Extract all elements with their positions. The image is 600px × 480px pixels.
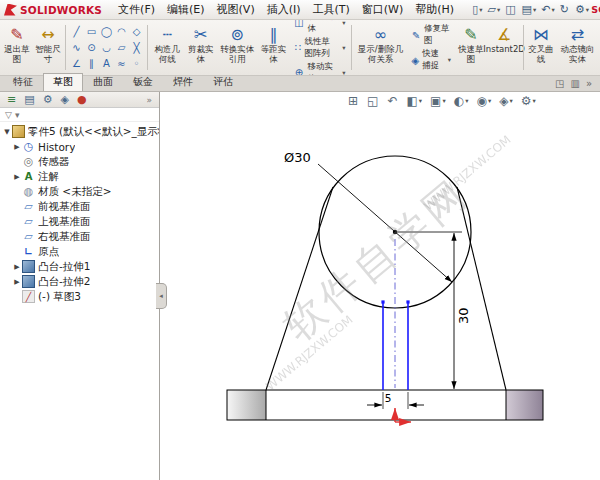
menu-file[interactable]: 文件(F) — [112, 0, 161, 19]
zoom-area-icon[interactable]: ◱ — [367, 94, 379, 108]
tree-item-sensors[interactable]: 传感器 — [0, 154, 159, 169]
mirror-entities-button[interactable]: ◫ 镜向实体 ▾ — [292, 20, 348, 35]
tree-item-history[interactable]: ▶ History — [0, 139, 159, 154]
display-style-icon[interactable]: ◐▾ — [454, 94, 469, 108]
repair-sketch-button[interactable]: ✎ 修复草图 — [409, 23, 453, 47]
apply-scene-icon[interactable]: ⚙▾ — [521, 94, 536, 108]
expand-icon[interactable]: » — [586, 78, 592, 89]
filter-funnel-icon[interactable]: ▽ — [5, 110, 12, 120]
arc3point-tool-icon[interactable]: ◡ — [99, 40, 114, 56]
slot-right-endpoint[interactable] — [406, 300, 409, 303]
height-dimension-text[interactable]: 30 — [456, 307, 471, 324]
print-button[interactable]: ▤▾ — [522, 3, 537, 16]
open-document-button[interactable]: ▱▾ — [487, 3, 500, 16]
section-view-icon[interactable]: ◧▾ — [406, 94, 422, 108]
expand-arrow-icon[interactable]: ▶ — [12, 278, 22, 286]
construction-geometry-button[interactable]: ┄ 构造几何线 — [150, 22, 185, 73]
tree-item-sketch3[interactable]: (-) 草图3 — [0, 289, 159, 304]
polygon-tool-icon[interactable]: ◇ — [129, 24, 144, 40]
expand-arrow-icon[interactable]: ▶ — [12, 143, 22, 151]
expand-arrow-icon[interactable]: ▶ — [12, 263, 22, 271]
tree-item-annotations[interactable]: ▶ 注解 — [0, 169, 159, 184]
dimxpert-manager-tab-icon[interactable]: ◈ — [61, 93, 69, 106]
tower-right-edge[interactable] — [457, 187, 506, 390]
arc-tool-icon[interactable]: ◠ — [114, 24, 129, 40]
panel-splitter-handle[interactable]: ◂ — [156, 283, 167, 309]
new-document-button[interactable]: ▯▾ — [472, 3, 482, 16]
display-manager-tab-icon[interactable]: ● — [77, 93, 87, 106]
intersection-curve-button[interactable]: ⋈ 交叉曲线 — [526, 22, 556, 73]
parallelogram-tool-icon[interactable]: ▱ — [114, 40, 129, 56]
tree-item-top-plane[interactable]: 上视基准面 — [0, 214, 159, 229]
base-right-face[interactable] — [506, 390, 543, 420]
zoom-fit-icon[interactable]: ⊞ — [348, 94, 359, 108]
smart-dimension-button[interactable]: ↔ 智能尺寸 — [33, 22, 63, 73]
menu-help[interactable]: 帮助(H) — [409, 0, 460, 19]
previous-view-icon[interactable]: ↶ — [387, 94, 398, 108]
tab-weldments[interactable]: 焊件 — [163, 73, 203, 91]
base-left-face[interactable] — [227, 390, 266, 420]
convert-entities-button[interactable]: ⊚ 转换实体引用 — [217, 22, 258, 73]
menu-tools[interactable]: 工具(T) — [307, 0, 356, 19]
move-entities-button[interactable]: ⊕ 移动实体 ▾ — [292, 61, 348, 77]
tree-item-boss-extrude1[interactable]: ▶ 凸台-拉伸1 — [0, 259, 159, 274]
tab-sketch[interactable]: 草图 — [43, 73, 83, 91]
dot-tool-icon[interactable]: ◦ — [129, 56, 144, 72]
exit-sketch-label: 退出草图 — [4, 45, 30, 65]
exit-sketch-button[interactable]: ✎ 退出草图 — [2, 22, 32, 73]
options-button[interactable]: ⚙▾ — [575, 3, 589, 16]
configuration-manager-tab-icon[interactable]: ⚙ — [43, 93, 53, 106]
save-button[interactable]: ◫ — [505, 3, 516, 16]
edit-appearance-icon[interactable]: ◈▾ — [499, 94, 513, 108]
menu-window[interactable]: 窗口(W) — [356, 0, 409, 19]
hide-show-items-icon[interactable]: ◉▾ — [476, 94, 491, 108]
circle-tool-icon[interactable]: ◯ — [99, 24, 114, 40]
slot-left-endpoint[interactable] — [381, 300, 384, 303]
rapid-sketch-button[interactable]: ✎ 快速草图 — [456, 22, 486, 73]
tab-sheet-metal[interactable]: 钣金 — [123, 73, 163, 91]
line-tool-icon[interactable]: ╱ — [69, 24, 84, 40]
menu-view[interactable]: 视图(V) — [211, 0, 261, 19]
expand-arrow-icon[interactable]: ▼ — [2, 128, 12, 136]
undo-button[interactable]: ↶▾ — [541, 3, 554, 16]
pin-icon[interactable]: ◳ — [555, 78, 564, 89]
view-orientation-icon[interactable]: ▣▾ — [430, 94, 446, 108]
tab-evaluate[interactable]: 评估 — [203, 73, 243, 91]
tree-item-material[interactable]: 材质 <未指定> — [0, 184, 159, 199]
rectangle-tool-icon[interactable]: ▭ — [84, 24, 99, 40]
quick-snaps-button[interactable]: ◈ 快速捕捉 ▾ — [409, 48, 453, 72]
width-dimension-text[interactable]: 5 — [385, 392, 392, 404]
linear-sketch-pattern-button[interactable]: ∷ 线性草图阵列 ▾ — [292, 36, 348, 60]
tree-item-right-plane[interactable]: 右视基准面 — [0, 229, 159, 244]
rebuild-button[interactable]: ↻ — [560, 3, 570, 16]
display-pane-icon[interactable]: ▥ — [570, 78, 579, 89]
property-manager-tab-icon[interactable]: ▤ — [24, 93, 34, 106]
expand-arrow-icon[interactable]: ▶ — [12, 173, 22, 181]
menu-insert[interactable]: 插入(I) — [261, 0, 307, 19]
text-tool-icon[interactable]: A — [99, 56, 114, 72]
wave-tool-icon[interactable]: ≈ — [114, 56, 129, 72]
offset-entities-button[interactable]: ∥ 等距实体 — [259, 22, 289, 73]
trim-tool-icon[interactable]: ╳ — [129, 40, 144, 56]
point-tool-icon[interactable]: ⊙ — [84, 40, 99, 56]
tree-item-part[interactable]: ▼ 零件5 (默认<<默认>_显示状态 1>) — [0, 124, 159, 139]
tab-surfaces[interactable]: 曲面 — [83, 73, 123, 91]
tree-item-boss-extrude2[interactable]: ▶ 凸台-拉伸2 — [0, 274, 159, 289]
sketch-canvas[interactable]: Ø30 30 5 软件自学网 WWW.RJZXW.COM WWW.RJZXW.C… — [160, 92, 600, 480]
tree-item-front-plane[interactable]: 前视基准面 — [0, 199, 159, 214]
offset-tool-icon[interactable]: ∥ — [84, 56, 99, 72]
trim-entities-button[interactable]: ✂ 剪裁实体 — [186, 22, 216, 73]
graphics-viewport[interactable]: ⊞ ◱ ↶ ◧▾ ▣▾ ◐▾ ◉▾ ◈▾ ⚙▾ — [160, 92, 600, 480]
spline-tool-icon[interactable]: ∿ — [69, 40, 84, 56]
angle-tool-icon[interactable]: ∠ — [69, 56, 84, 72]
menu-edit[interactable]: 编辑(E) — [161, 0, 211, 19]
tree-item-origin[interactable]: 原点 — [0, 244, 159, 259]
filter-dropdown-icon[interactable]: ▾ — [15, 110, 20, 120]
display-delete-relations-button[interactable]: ∞ 显示/删除几何关系 — [354, 22, 406, 73]
diameter-dimension-text[interactable]: Ø30 — [284, 150, 311, 165]
dynamic-mirror-button[interactable]: ⇄ 动态镜向实体 — [557, 22, 598, 73]
panel-tabs-overflow-icon[interactable]: » — [146, 95, 152, 105]
tab-features[interactable]: 特征 — [3, 73, 43, 91]
feature-manager-tab-icon[interactable]: ≡ — [7, 93, 16, 106]
instant2d-button[interactable]: ∡ Instant2D — [487, 22, 521, 73]
